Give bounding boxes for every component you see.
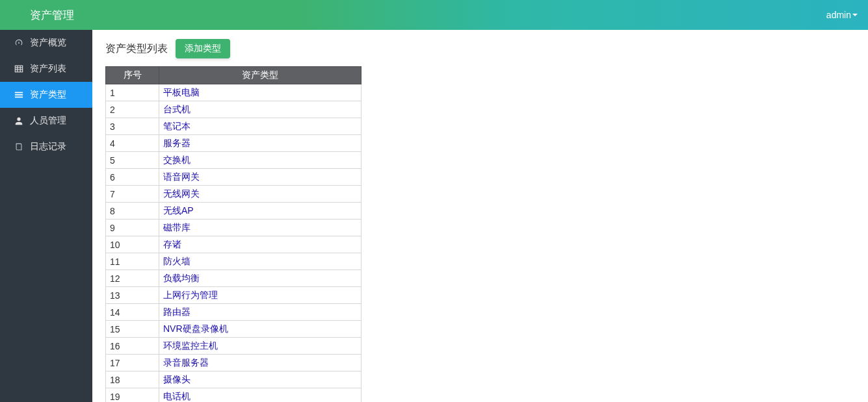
asset-type-link[interactable]: 环境监控主机 bbox=[163, 340, 218, 351]
row-type-cell: 存诸 bbox=[159, 236, 362, 253]
sidebar-item-label: 日志记录 bbox=[30, 141, 66, 153]
table-row: 19电话机 bbox=[106, 388, 362, 403]
row-type-cell: 录音服务器 bbox=[159, 355, 362, 371]
table-row: 6语音网关 bbox=[106, 169, 362, 186]
chevron-down-icon bbox=[852, 14, 858, 16]
table-row: 15NVR硬盘录像机 bbox=[106, 321, 362, 338]
row-index: 7 bbox=[106, 186, 159, 203]
asset-type-link[interactable]: 笔记本 bbox=[163, 121, 191, 131]
sidebar-item-1[interactable]: 资产列表 bbox=[0, 56, 92, 82]
sidebar-item-2[interactable]: 资产类型 bbox=[0, 82, 92, 108]
asset-type-link[interactable]: 交换机 bbox=[163, 155, 191, 165]
user-menu[interactable]: admin bbox=[826, 10, 858, 20]
row-type-cell: 交换机 bbox=[159, 152, 362, 169]
row-type-cell: 防火墙 bbox=[159, 253, 362, 270]
table-row: 3笔记本 bbox=[106, 118, 362, 135]
row-index: 5 bbox=[106, 152, 159, 169]
row-type-cell: 笔记本 bbox=[159, 118, 362, 135]
row-index: 17 bbox=[106, 355, 159, 371]
row-index: 4 bbox=[106, 135, 159, 152]
table-row: 14路由器 bbox=[106, 304, 362, 321]
row-index: 19 bbox=[106, 388, 159, 403]
svg-rect-0 bbox=[15, 66, 22, 72]
table-row: 13上网行为管理 bbox=[106, 287, 362, 304]
asset-type-link[interactable]: 上网行为管理 bbox=[163, 290, 218, 300]
row-index: 14 bbox=[106, 304, 159, 321]
asset-type-link[interactable]: 路由器 bbox=[163, 307, 191, 317]
page-title: 资产类型列表 bbox=[105, 42, 168, 56]
sidebar-item-label: 资产类型 bbox=[30, 89, 66, 101]
user-icon bbox=[14, 116, 23, 125]
row-type-cell: 台式机 bbox=[159, 101, 362, 118]
sidebar-item-label: 资产概览 bbox=[30, 37, 66, 49]
row-type-cell: NVR硬盘录像机 bbox=[159, 321, 362, 338]
sidebar-item-0[interactable]: 资产概览 bbox=[0, 30, 92, 56]
row-type-cell: 上网行为管理 bbox=[159, 287, 362, 304]
sidebar-item-3[interactable]: 人员管理 bbox=[0, 108, 92, 134]
asset-type-link[interactable]: 台式机 bbox=[163, 104, 191, 114]
table-row: 11防火墙 bbox=[106, 253, 362, 270]
table-row: 1平板电脑 bbox=[106, 84, 362, 101]
main-content: 资产类型列表 添加类型 序号 资产类型 1平板电脑2台式机3笔记本4服务器5交换… bbox=[92, 30, 868, 402]
app-title: 资产管理 bbox=[30, 8, 74, 23]
sidebar-item-label: 人员管理 bbox=[30, 115, 66, 127]
row-type-cell: 电话机 bbox=[159, 388, 362, 403]
table-row: 4服务器 bbox=[106, 135, 362, 152]
grid-icon bbox=[14, 64, 23, 73]
asset-type-link[interactable]: 服务器 bbox=[163, 138, 191, 148]
row-type-cell: 语音网关 bbox=[159, 169, 362, 186]
row-index: 3 bbox=[106, 118, 159, 135]
row-type-cell: 服务器 bbox=[159, 135, 362, 152]
row-type-cell: 负载均衡 bbox=[159, 270, 362, 287]
svg-point-8 bbox=[17, 118, 20, 121]
svg-rect-5 bbox=[15, 92, 23, 94]
asset-type-link[interactable]: 语音网关 bbox=[163, 171, 200, 182]
col-header-index: 序号 bbox=[106, 67, 159, 84]
table-row: 5交换机 bbox=[106, 152, 362, 169]
table-row: 9磁带库 bbox=[106, 220, 362, 236]
sidebar: 资产概览资产列表资产类型人员管理日志记录 bbox=[0, 30, 92, 402]
row-type-cell: 无线网关 bbox=[159, 186, 362, 203]
row-index: 18 bbox=[106, 371, 159, 388]
asset-type-link[interactable]: 平板电脑 bbox=[163, 87, 200, 97]
svg-rect-6 bbox=[15, 94, 23, 95]
row-index: 9 bbox=[106, 220, 159, 236]
row-type-cell: 平板电脑 bbox=[159, 84, 362, 101]
asset-type-link[interactable]: 摄像头 bbox=[163, 374, 191, 384]
table-row: 12负载均衡 bbox=[106, 270, 362, 287]
add-type-button[interactable]: 添加类型 bbox=[176, 39, 230, 58]
sidebar-item-4[interactable]: 日志记录 bbox=[0, 134, 92, 160]
asset-type-link[interactable]: 电话机 bbox=[163, 391, 191, 401]
menu-icon bbox=[14, 90, 23, 99]
dashboard-icon bbox=[14, 38, 23, 47]
sidebar-item-label: 资产列表 bbox=[30, 63, 66, 75]
table-row: 17录音服务器 bbox=[106, 355, 362, 371]
asset-type-link[interactable]: 存诸 bbox=[163, 239, 181, 249]
table-row: 16环境监控主机 bbox=[106, 338, 362, 355]
asset-type-link[interactable]: 录音服务器 bbox=[163, 357, 209, 368]
asset-type-link[interactable]: 磁带库 bbox=[163, 222, 191, 232]
row-index: 8 bbox=[106, 203, 159, 220]
row-index: 16 bbox=[106, 338, 159, 355]
svg-rect-7 bbox=[15, 97, 23, 98]
row-type-cell: 环境监控主机 bbox=[159, 338, 362, 355]
col-header-type: 资产类型 bbox=[159, 67, 362, 84]
table-row: 8无线AP bbox=[106, 203, 362, 220]
asset-type-table: 序号 资产类型 1平板电脑2台式机3笔记本4服务器5交换机6语音网关7无线网关8… bbox=[105, 66, 362, 402]
book-icon bbox=[14, 142, 23, 151]
asset-type-link[interactable]: 防火墙 bbox=[163, 256, 191, 266]
asset-type-link[interactable]: 无线网关 bbox=[163, 188, 200, 199]
row-type-cell: 路由器 bbox=[159, 304, 362, 321]
page-heading: 资产类型列表 添加类型 bbox=[105, 39, 855, 58]
header: 资产管理 admin bbox=[0, 0, 868, 30]
row-index: 2 bbox=[106, 101, 159, 118]
asset-type-link[interactable]: 负载均衡 bbox=[163, 273, 200, 283]
row-index: 12 bbox=[106, 270, 159, 287]
asset-type-link[interactable]: 无线AP bbox=[163, 205, 194, 216]
row-index: 6 bbox=[106, 169, 159, 186]
row-type-cell: 磁带库 bbox=[159, 220, 362, 236]
row-index: 15 bbox=[106, 321, 159, 338]
row-index: 1 bbox=[106, 84, 159, 101]
row-type-cell: 无线AP bbox=[159, 203, 362, 220]
asset-type-link[interactable]: NVR硬盘录像机 bbox=[163, 323, 228, 334]
